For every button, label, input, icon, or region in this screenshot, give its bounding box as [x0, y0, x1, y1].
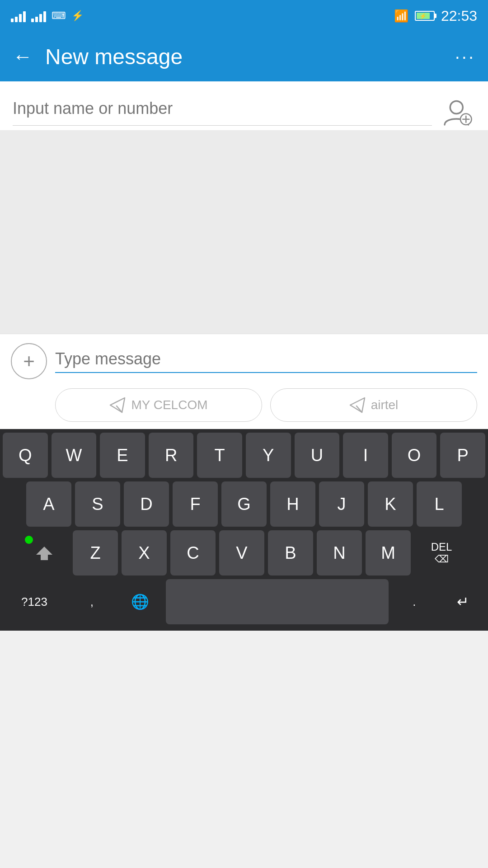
battery-charging-icon: ⚡	[419, 13, 427, 19]
keyboard-row-4: ?123 , 🌐 . ↵	[3, 579, 485, 624]
send-mycelcom-button[interactable]: MY CELCOM	[55, 388, 262, 422]
svg-marker-8	[36, 547, 52, 560]
key-z[interactable]: Z	[73, 530, 118, 576]
key-d[interactable]: D	[124, 481, 169, 527]
app-bar: ← New message ···	[0, 32, 488, 81]
key-u[interactable]: U	[295, 433, 340, 478]
numbers-key[interactable]: ?123	[3, 579, 66, 624]
signal1-icon	[11, 9, 26, 22]
key-s[interactable]: S	[75, 481, 120, 527]
key-f[interactable]: F	[173, 481, 218, 527]
add-contact-icon	[441, 96, 473, 128]
send-plane1-icon	[109, 397, 126, 413]
key-g[interactable]: G	[221, 481, 267, 527]
delete-icon: DEL ⌫	[431, 541, 452, 565]
key-w[interactable]: W	[52, 433, 97, 478]
attach-button[interactable]: +	[11, 343, 47, 379]
key-y[interactable]: Y	[246, 433, 291, 478]
add-contact-button[interactable]	[439, 94, 475, 130]
usb-icon: ⚡	[71, 10, 84, 22]
recipient-input[interactable]	[13, 99, 432, 126]
signal2-icon	[31, 9, 46, 22]
compose-area: + MY CELCOM airtel	[0, 334, 488, 429]
send-mycelcom-label: MY CELCOM	[131, 398, 207, 412]
enter-key[interactable]: ↵	[440, 579, 485, 624]
send-plane2-icon	[349, 397, 366, 413]
keyboard-row-1: Q W E R T Y U I O P	[3, 433, 485, 478]
key-b[interactable]: B	[268, 530, 313, 576]
send-buttons-row: MY CELCOM airtel	[11, 388, 477, 422]
back-button[interactable]: ←	[13, 47, 33, 66]
key-v[interactable]: V	[219, 530, 264, 576]
globe-key[interactable]: 🌐	[118, 579, 163, 624]
more-options-button[interactable]: ···	[455, 47, 475, 67]
key-p[interactable]: P	[440, 433, 485, 478]
page-title: New message	[45, 44, 442, 69]
period-key[interactable]: .	[392, 579, 437, 624]
keyboard-row-3: Z X C V B N M DEL ⌫	[3, 530, 485, 576]
key-x[interactable]: X	[122, 530, 167, 576]
key-c[interactable]: C	[170, 530, 216, 576]
status-left: ⌨ ⚡	[11, 9, 84, 22]
comma-key[interactable]: ,	[70, 579, 114, 624]
key-h[interactable]: H	[270, 481, 315, 527]
status-bar: ⌨ ⚡ 📶 ⚡ 22:53	[0, 0, 488, 32]
message-input[interactable]	[55, 349, 477, 373]
key-t[interactable]: T	[197, 433, 242, 478]
svg-point-0	[450, 101, 463, 114]
status-time: 22:53	[441, 8, 477, 24]
compose-row: +	[11, 343, 477, 379]
to-field-container	[0, 81, 488, 130]
space-key[interactable]	[166, 579, 389, 624]
keyboard-row-2: A S D F G H J K L	[3, 481, 485, 527]
keyboard: Q W E R T Y U I O P A S D F G H J K L Z …	[0, 429, 488, 631]
delete-key[interactable]: DEL ⌫	[414, 530, 469, 576]
shift-icon	[35, 544, 53, 562]
key-r[interactable]: R	[149, 433, 194, 478]
send-airtel-label: airtel	[371, 398, 399, 412]
send-airtel-button[interactable]: airtel	[270, 388, 477, 422]
key-q[interactable]: Q	[3, 433, 48, 478]
status-right: 📶 ⚡ 22:53	[394, 8, 477, 24]
key-j[interactable]: J	[319, 481, 364, 527]
key-k[interactable]: K	[368, 481, 413, 527]
attach-plus-icon: +	[23, 351, 35, 371]
key-o[interactable]: O	[392, 433, 437, 478]
key-e[interactable]: E	[100, 433, 145, 478]
svg-marker-4	[110, 398, 125, 412]
key-i[interactable]: I	[343, 433, 388, 478]
message-body	[0, 130, 488, 334]
wifi-icon: 📶	[394, 9, 408, 23]
svg-marker-6	[350, 398, 365, 412]
key-a[interactable]: A	[26, 481, 71, 527]
shift-key[interactable]	[19, 530, 69, 576]
key-n[interactable]: N	[317, 530, 362, 576]
key-l[interactable]: L	[417, 481, 462, 527]
battery-icon: ⚡	[415, 11, 435, 21]
keyboard-icon: ⌨	[52, 10, 66, 22]
key-m[interactable]: M	[366, 530, 411, 576]
green-dot-indicator	[25, 536, 33, 544]
